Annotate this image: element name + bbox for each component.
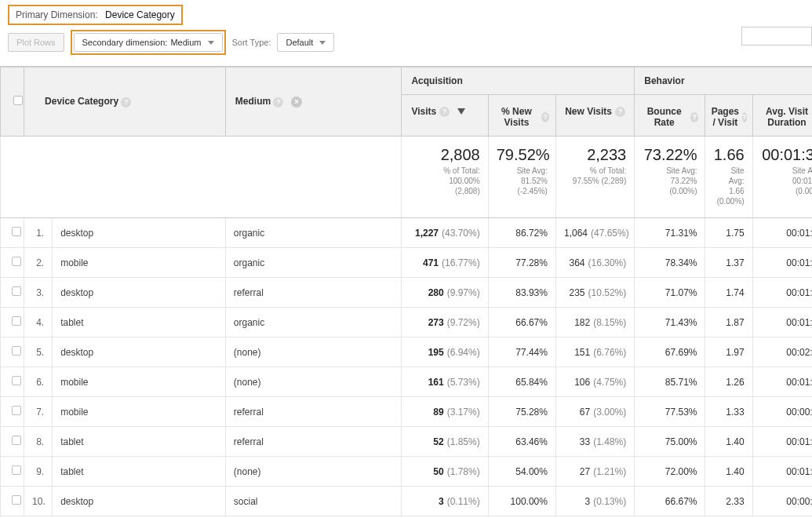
summary-new-visits: 2,233 xyxy=(564,146,626,164)
help-icon[interactable]: ? xyxy=(121,97,131,108)
cell-device-category[interactable]: mobile xyxy=(53,397,226,427)
cell-new-visits: 151(6.76%) xyxy=(555,337,634,367)
cell-device-category[interactable]: tablet xyxy=(53,427,226,457)
help-icon[interactable]: ? xyxy=(439,107,450,117)
cell-device-category[interactable]: desktop xyxy=(53,337,226,367)
select-all-checkbox[interactable] xyxy=(13,96,23,105)
cell-ppv: 1.74 xyxy=(705,278,752,308)
cell-device-category[interactable]: desktop xyxy=(53,218,226,248)
help-icon[interactable]: ? xyxy=(690,112,698,122)
cell-pct-new: 66.67% xyxy=(488,308,555,337)
cell-pct-new: 54.00% xyxy=(488,457,555,487)
cell-visits: 89(3.17%) xyxy=(402,397,488,427)
col-bounce-rate[interactable]: Bounce Rate? xyxy=(635,95,705,137)
cell-visits: 195(6.94%) xyxy=(402,337,488,367)
cell-ppv: 1.40 xyxy=(705,457,752,487)
cell-bounce: 85.71% xyxy=(635,367,705,397)
secondary-dimension-select[interactable]: Secondary dimension: Medium xyxy=(74,33,223,52)
cell-medium[interactable]: referral xyxy=(225,278,402,308)
cell-medium[interactable]: (none) xyxy=(225,337,402,367)
col-pct-new-visits[interactable]: % New Visits? xyxy=(488,95,555,137)
col-pages-per-visit[interactable]: Pages / Visit? xyxy=(705,95,752,137)
row-checkbox[interactable] xyxy=(12,227,21,236)
cell-bounce: 77.53% xyxy=(635,397,705,427)
table-row: 7.mobilereferral89(3.17%)75.28%67(3.00%)… xyxy=(1,397,813,427)
row-checkbox[interactable] xyxy=(12,465,21,475)
cell-device-category[interactable]: tablet xyxy=(53,457,226,487)
cell-pct-new: 86.72% xyxy=(488,218,555,248)
cell-device-category[interactable]: tablet xyxy=(53,308,226,337)
cell-medium[interactable]: social xyxy=(225,487,402,516)
primary-dim-value: Device Category xyxy=(100,9,175,20)
cell-avd: 00:01:41 xyxy=(752,278,812,308)
cell-ppv: 1.33 xyxy=(705,397,752,427)
chevron-down-icon xyxy=(208,41,214,45)
cell-device-category[interactable]: mobile xyxy=(53,367,226,397)
row-number: 10. xyxy=(24,487,53,516)
row-checkbox[interactable] xyxy=(12,495,21,505)
row-number: 1. xyxy=(24,218,53,248)
cell-medium[interactable]: organic xyxy=(225,308,402,337)
cell-medium[interactable]: referral xyxy=(225,427,402,457)
cell-visits: 50(1.78%) xyxy=(402,457,488,487)
row-number: 9. xyxy=(24,457,53,487)
search-input[interactable] xyxy=(741,27,812,46)
cell-avd: 00:01:25 xyxy=(752,457,812,487)
row-checkbox[interactable] xyxy=(12,316,21,326)
summary-avd: 00:01:33 xyxy=(761,146,812,164)
cell-bounce: 72.00% xyxy=(635,457,705,487)
row-checkbox[interactable] xyxy=(12,436,21,445)
summary-pct-new: 79.52% xyxy=(497,146,548,164)
summary-visits: 2,808 xyxy=(410,146,479,164)
cell-avd: 00:00:45 xyxy=(752,487,812,516)
cell-avd: 00:01:45 xyxy=(752,308,812,337)
row-checkbox[interactable] xyxy=(12,257,21,266)
cell-new-visits: 33(1.48%) xyxy=(555,427,634,457)
chevron-down-icon xyxy=(319,41,326,45)
cell-medium[interactable]: organic xyxy=(225,248,402,278)
cell-device-category[interactable]: desktop xyxy=(53,278,226,308)
col-visits[interactable]: Visits ? xyxy=(402,95,488,137)
table-row: 6.mobile(none)161(5.73%)65.84%106(4.75%)… xyxy=(1,367,813,397)
table-row: 10.desktopsocial3(0.11%)100.00%3(0.13%)6… xyxy=(1,487,813,516)
row-number: 7. xyxy=(24,397,53,427)
plot-rows-button[interactable]: Plot Rows xyxy=(8,33,64,52)
cell-device-category[interactable]: desktop xyxy=(53,487,226,516)
cell-medium[interactable]: referral xyxy=(225,397,402,427)
cell-visits: 273(9.72%) xyxy=(402,308,488,337)
col-device-category[interactable]: Device Category xyxy=(45,96,118,107)
cell-device-category[interactable]: mobile xyxy=(53,248,226,278)
col-avg-visit-duration[interactable]: Avg. Visit Duration? xyxy=(752,95,812,137)
sort-type-select[interactable]: Default xyxy=(277,33,334,52)
cell-pct-new: 77.44% xyxy=(488,337,555,367)
col-medium[interactable]: Medium xyxy=(235,96,271,107)
cell-medium[interactable]: (none) xyxy=(225,367,402,397)
col-new-visits[interactable]: New Visits? xyxy=(555,95,634,137)
cell-new-visits: 106(4.75%) xyxy=(555,367,634,397)
cell-bounce: 71.07% xyxy=(635,278,705,308)
cell-pct-new: 63.46% xyxy=(488,427,555,457)
row-checkbox[interactable] xyxy=(12,346,21,356)
table-row: 5.desktop(none)195(6.94%)77.44%151(6.76%… xyxy=(1,337,813,367)
remove-dimension-icon[interactable]: × xyxy=(291,97,302,108)
help-icon[interactable]: ? xyxy=(742,112,747,122)
summary-bounce: 73.22% xyxy=(643,146,697,164)
col-group-behavior: Behavior xyxy=(635,67,812,95)
cell-avd: 00:01:01 xyxy=(752,248,812,278)
row-checkbox[interactable] xyxy=(12,286,21,296)
cell-pct-new: 100.00% xyxy=(488,487,555,516)
help-icon[interactable]: ? xyxy=(273,97,283,108)
cell-new-visits: 364(16.30%) xyxy=(555,248,634,278)
primary-dimension[interactable]: Primary Dimension: Device Category xyxy=(8,5,183,25)
secondary-dimension: Secondary dimension: Medium xyxy=(71,30,226,55)
cell-new-visits: 27(1.21%) xyxy=(555,457,634,487)
help-icon[interactable]: ? xyxy=(615,107,625,117)
cell-pct-new: 75.28% xyxy=(488,397,555,427)
row-checkbox[interactable] xyxy=(12,376,21,385)
cell-visits: 3(0.11%) xyxy=(402,487,488,516)
cell-medium[interactable]: (none) xyxy=(225,457,402,487)
help-icon[interactable]: ? xyxy=(541,112,549,122)
row-checkbox[interactable] xyxy=(12,406,21,415)
cell-medium[interactable]: organic xyxy=(225,218,402,248)
cell-new-visits: 3(0.13%) xyxy=(555,487,634,516)
